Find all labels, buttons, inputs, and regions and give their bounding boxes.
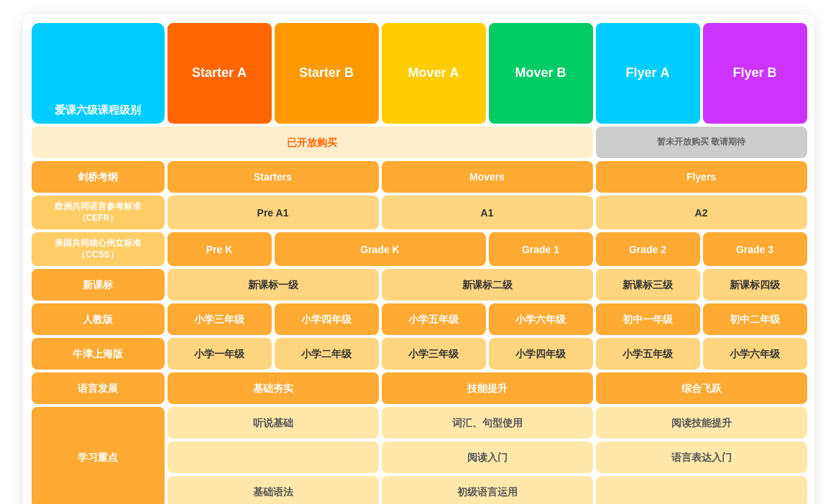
yuedu-cell: 阅读技能提升	[596, 407, 807, 439]
row-oxford: 牛津上海版	[32, 338, 165, 370]
ox4-text: 小学四年级	[515, 347, 566, 360]
empty2-cell	[596, 476, 807, 504]
new1-cell: 新课标一级	[167, 269, 379, 301]
newstandard-label: 新课标	[83, 278, 113, 291]
row-renjiaoban: 人教版	[32, 303, 165, 335]
ox6-cell: 小学六年级	[703, 338, 807, 370]
row-langdev: 语言发展	[32, 372, 165, 404]
ox4-cell: 小学四年级	[489, 338, 593, 370]
yuedu-text: 阅读技能提升	[671, 416, 732, 429]
jingengtiSheng-text: 技能提升	[467, 382, 507, 395]
a1-cell: A1	[382, 196, 593, 229]
jinengtiSheng-cell: 技能提升	[382, 372, 593, 404]
cz1-cell: 初中一年级	[596, 303, 700, 335]
xs3-cell: 小学三年级	[167, 303, 272, 335]
grade1-cell: Grade 1	[489, 232, 593, 266]
movers-text: Movers	[469, 170, 505, 183]
gradek-cell: Grade K	[275, 232, 486, 266]
row-ccss: 美国共同核心州立标准（CCSS）	[32, 232, 165, 266]
header-starter-b: Starter B	[275, 23, 379, 124]
available-label: 已开放购买	[32, 127, 593, 158]
ox1-text: 小学一年级	[194, 347, 244, 360]
new4-cell: 新课标四级	[703, 269, 807, 301]
row-newstandard: 新课标	[32, 269, 165, 301]
jichuqiangshi-cell: 基础夯实	[167, 372, 379, 404]
grade1-text: Grade 1	[522, 243, 559, 256]
header-starter-a: Starter A	[167, 23, 272, 124]
available-text: 已开放购买	[287, 136, 337, 149]
header-flyer-a: Flyer A	[596, 23, 700, 124]
cz1-text: 初中一年级	[623, 313, 673, 326]
xs4-text: 小学四年级	[301, 313, 352, 326]
cefr-label: 欧洲共同语言参考标准（CEFR）	[36, 201, 160, 224]
prek-text: Pre K	[206, 243, 233, 256]
chuji-cell: 初级语言运用	[382, 476, 593, 504]
a2-text: A2	[695, 206, 708, 219]
movers-cell: Movers	[382, 161, 593, 193]
starters-cell: Starters	[167, 161, 379, 193]
mover-b-label: Mover B	[515, 65, 566, 81]
ox5-text: 小学五年级	[623, 347, 673, 360]
oxford-label: 牛津上海版	[73, 347, 123, 360]
row-cefr: 欧洲共同语言参考标准（CEFR）	[32, 196, 165, 229]
header-mover-b: Mover B	[489, 23, 593, 124]
zonghefiyue-cell: 综合飞跃	[596, 372, 807, 404]
langdev-label: 语言发展	[78, 382, 118, 395]
prek-cell: Pre K	[167, 232, 272, 266]
prea1-cell: Pre A1	[167, 196, 379, 229]
cz2-text: 初中二年级	[730, 313, 780, 326]
ccss-label: 美国共同核心州立标准（CCSS）	[36, 238, 160, 260]
yudurumen-text: 阅读入门	[467, 451, 507, 464]
zonghefiyue-text: 综合飞跃	[681, 382, 722, 395]
not-available-label: 暂未开放购买 敬请期待	[596, 127, 807, 158]
xs6-cell: 小学六年级	[489, 303, 593, 335]
new3-text: 新课标三级	[623, 278, 673, 291]
row-studyfocus: 学习重点	[32, 407, 165, 504]
starters-text: Starters	[254, 170, 292, 183]
yudurumen-cell: 阅读入门	[382, 441, 593, 473]
ox6-text: 小学六年级	[730, 347, 780, 360]
ox1-cell: 小学一年级	[167, 338, 272, 370]
renjiaoban-label: 人教版	[83, 313, 113, 326]
yuyanbiaodar-cell: 语言表达入门	[596, 441, 807, 473]
header-col0: 爱课六级课程级别	[32, 23, 165, 124]
cihui-text: 词汇、句型使用	[452, 416, 523, 429]
ox3-text: 小学三年级	[408, 347, 459, 360]
header-col0-label: 爱课六级课程级别	[55, 103, 141, 117]
starter-a-label: Starter A	[192, 65, 247, 81]
flyer-b-label: Flyer B	[732, 65, 776, 81]
new4-text: 新课标四级	[730, 278, 780, 291]
ox2-text: 小学二年级	[301, 347, 352, 360]
ox5-cell: 小学五年级	[596, 338, 700, 370]
xs4-cell: 小学四年级	[275, 303, 379, 335]
cz2-cell: 初中二年级	[703, 303, 807, 335]
new3-cell: 新课标三级	[596, 269, 700, 301]
cihui-cell: 词汇、句型使用	[382, 407, 593, 439]
new2-cell: 新课标二级	[382, 269, 593, 301]
mover-a-label: Mover A	[408, 65, 459, 81]
tingshuo-text: 听说基础	[253, 416, 293, 429]
xs3-text: 小学三年级	[194, 313, 244, 326]
a1-text: A1	[481, 206, 494, 219]
header-flyer-b: Flyer B	[703, 23, 807, 124]
row-cambridge: 剑桥考纲	[32, 161, 165, 193]
jichufa-cell: 基础语法	[167, 476, 379, 504]
cambridge-label: 剑桥考纲	[78, 170, 118, 183]
flyers-text: Flyers	[686, 170, 716, 183]
curriculum-grid: 爱课六级课程级别 Starter A Starter B Mover A Mov…	[23, 14, 814, 504]
grade3-cell: Grade 3	[703, 232, 807, 266]
empty1-cell	[167, 441, 379, 473]
xs5-cell: 小学五年级	[382, 303, 486, 335]
new2-text: 新课标二级	[462, 278, 513, 291]
grade2-cell: Grade 2	[596, 232, 700, 266]
starter-b-label: Starter B	[299, 65, 354, 81]
jichufa-text: 基础语法	[253, 485, 293, 498]
xs6-text: 小学六年级	[515, 313, 566, 326]
a2-cell: A2	[596, 196, 807, 229]
prea1-text: Pre A1	[257, 206, 289, 219]
ox2-cell: 小学二年级	[275, 338, 379, 370]
grade3-text: Grade 3	[736, 243, 773, 256]
yuyanbiaodar-text: 语言表达入门	[671, 451, 732, 464]
flyers-cell: Flyers	[596, 161, 807, 193]
not-available-text: 暂未开放购买 敬请期待	[657, 137, 745, 148]
